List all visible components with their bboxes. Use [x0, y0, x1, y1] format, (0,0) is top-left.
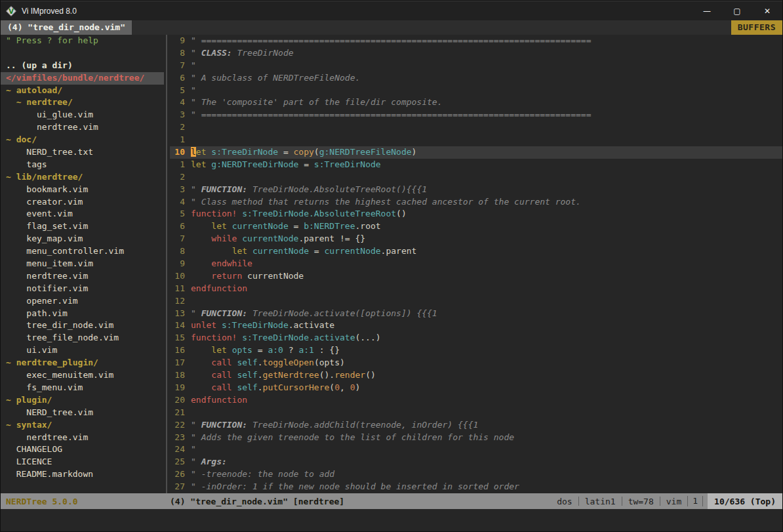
code-line[interactable]: 2 — [170, 121, 782, 134]
tree-item[interactable]: tags — [1, 159, 164, 171]
tree-item[interactable]: notifier.vim — [1, 283, 164, 295]
code-line[interactable]: 23" Adds the given treenode to the list … — [170, 432, 782, 444]
tree-item[interactable]: ~ autoload/ — [1, 85, 164, 97]
tree-item[interactable]: ~ plugin/ — [1, 394, 164, 407]
tree-item[interactable]: nerdtree.vim — [1, 270, 164, 283]
code-line[interactable]: 4" The 'composite' part of the file/dir … — [170, 96, 782, 109]
code-token: " Adds the given treenode to the list of… — [191, 432, 514, 442]
code-token — [191, 234, 211, 243]
tree-item[interactable]: .. (up a dir) — [1, 60, 164, 72]
line-number: 13 — [170, 308, 191, 320]
code-token: : {} — [314, 345, 340, 355]
tree-item[interactable]: path.vim — [1, 308, 164, 320]
code-line[interactable]: 12 — [170, 295, 782, 308]
tree-item[interactable]: tree_file_node.vim — [1, 332, 164, 344]
code-line[interactable]: 7 while currentNode.parent != {} — [170, 233, 782, 245]
code-line[interactable]: 9 endwhile — [170, 258, 782, 270]
code-line[interactable]: 10let s:TreeDirNode = copy(g:NERDTreeFil… — [170, 146, 782, 159]
code-line[interactable]: 25" Args: — [170, 456, 782, 468]
code-token: 0 — [334, 382, 340, 392]
code-line[interactable]: 5function! s:TreeDirNode.AbsoluteTreeRoo… — [170, 208, 782, 220]
maximize-button[interactable]: ▢ — [722, 1, 752, 20]
code-line[interactable]: 24" — [170, 443, 782, 456]
tree-item[interactable]: tree_dir_node.vim — [1, 319, 164, 332]
tree-item[interactable]: ui.vim — [1, 344, 164, 357]
tree-item[interactable]: README.markdown — [1, 468, 164, 481]
tree-item[interactable]: fs_menu.vim — [1, 382, 164, 394]
code-line[interactable]: 14unlet s:TreeDirNode.activate — [170, 319, 782, 332]
code-token: ( — [314, 147, 319, 157]
code-line[interactable]: 20endfunction — [170, 394, 782, 407]
code-text: " Adds the given treenode to the list of… — [191, 432, 782, 444]
code-line[interactable]: 15function! s:TreeDirNode.activate(...) — [170, 332, 782, 344]
tree-item[interactable]: ~ nerdtree_plugin/ — [1, 357, 164, 369]
code-line[interactable]: 18 call self.getNerdtree().render() — [170, 369, 782, 382]
command-line[interactable] — [1, 509, 782, 531]
code-line[interactable]: 10 return currentNode — [170, 270, 782, 283]
code-line[interactable]: 2 — [170, 171, 782, 184]
tab-tree-dir-node[interactable]: (4) "tree_dir_node.vim" — [1, 20, 132, 35]
close-button[interactable]: ✕ — [752, 1, 782, 20]
code-line[interactable]: 7" — [170, 60, 782, 72]
fileformat-indicator: dos — [557, 497, 572, 506]
code-token: . — [258, 382, 263, 392]
titlebar[interactable]: V Vi IMproved 8.0 — ▢ ✕ — [1, 1, 782, 20]
code-line[interactable]: 4" Class method that returns the highest… — [170, 196, 782, 209]
code-line[interactable]: 9" =====================================… — [170, 35, 782, 47]
code-line[interactable]: 8 let currentNode = currentNode.parent — [170, 245, 782, 258]
tree-item[interactable]: ui_glue.vim — [1, 109, 164, 121]
tree-item[interactable]: ~ lib/nerdtree/ — [1, 171, 164, 184]
code-line[interactable]: 11endfunction — [170, 283, 782, 295]
tree-item[interactable]: creator.vim — [1, 196, 164, 209]
tree-item[interactable]: flag_set.vim — [1, 220, 164, 233]
code-text: let g:NERDTreeDirNode = s:TreeDirNode — [191, 159, 782, 171]
window-separator[interactable] — [164, 35, 170, 493]
code-token: a:1 — [298, 345, 313, 355]
minimize-button[interactable]: — — [692, 1, 722, 20]
code-token: g:NERDTreeFileNode — [319, 147, 412, 157]
code-line[interactable]: 22" FUNCTION: TreeDirNode.addChild(treen… — [170, 419, 782, 432]
code-line[interactable]: 6 let currentNode = b:NERDTree.root — [170, 220, 782, 233]
code-line[interactable]: 3" =====================================… — [170, 109, 782, 121]
tree-item[interactable]: ~ nerdtree/ — [1, 96, 164, 109]
code-line[interactable]: 17 call self.toggleOpen(opts) — [170, 357, 782, 369]
code-line[interactable]: 21 — [170, 407, 782, 419]
code-line[interactable]: 13" FUNCTION: TreeDirNode.activate([opti… — [170, 308, 782, 320]
code-token: function! — [191, 333, 237, 342]
code-line[interactable]: 6" A subclass of NERDTreeFileNode. — [170, 72, 782, 85]
code-line[interactable]: 19 call self.putCursorHere(0, 0) — [170, 382, 782, 394]
tree-item[interactable]: menu_controller.vim — [1, 245, 164, 258]
tree-item[interactable]: NERD_tree.vim — [1, 407, 164, 419]
status-divider — [660, 497, 660, 506]
code-line[interactable]: 26" -treenode: the node to add — [170, 468, 782, 481]
code-line[interactable]: 3" FUNCTION: TreeDirNode.AbsoluteTreeRoo… — [170, 184, 782, 196]
code-line[interactable]: 1let g:NERDTreeDirNode = s:TreeDirNode — [170, 159, 782, 171]
tree-item[interactable]: key_map.vim — [1, 233, 164, 245]
tree-item[interactable]: nerdtree.vim — [1, 121, 164, 134]
code-line[interactable]: 27" -inOrder: 1 if the new node should b… — [170, 481, 782, 493]
tree-item[interactable]: nerdtree.vim — [1, 432, 164, 444]
code-line[interactable]: 16 let opts = a:0 ? a:1 : {} — [170, 344, 782, 357]
tree-item[interactable]: menu_item.vim — [1, 258, 164, 270]
tree-item[interactable]: event.vim — [1, 208, 164, 220]
code-text: " ======================================… — [191, 109, 782, 121]
tree-item[interactable] — [1, 47, 164, 60]
tree-item[interactable]: LICENCE — [1, 456, 164, 468]
tree-item[interactable]: opener.vim — [1, 295, 164, 308]
tree-item[interactable]: ~ doc/ — [1, 134, 164, 146]
tree-item[interactable]: CHANGELOG — [1, 443, 164, 456]
tree-item[interactable]: </vimfiles/bundle/nerdtree/ — [1, 72, 164, 85]
code-text: let currentNode = currentNode.parent — [191, 245, 782, 258]
code-token: . — [258, 358, 263, 367]
code-token: " — [191, 60, 196, 70]
tree-item[interactable]: NERD_tree.txt — [1, 146, 164, 159]
code-line[interactable]: 5" — [170, 85, 782, 97]
code-line[interactable]: 8" CLASS: TreeDirNode — [170, 47, 782, 60]
tree-item[interactable]: exec_menuitem.vim — [1, 369, 164, 382]
tree-item[interactable]: ~ syntax/ — [1, 419, 164, 432]
tree-item[interactable]: bookmark.vim — [1, 184, 164, 196]
status-divider — [622, 497, 622, 506]
code-text: " -inOrder: 1 if the new node should be … — [191, 481, 782, 493]
code-token: ) — [340, 358, 345, 367]
code-line[interactable]: 1 — [170, 134, 782, 146]
